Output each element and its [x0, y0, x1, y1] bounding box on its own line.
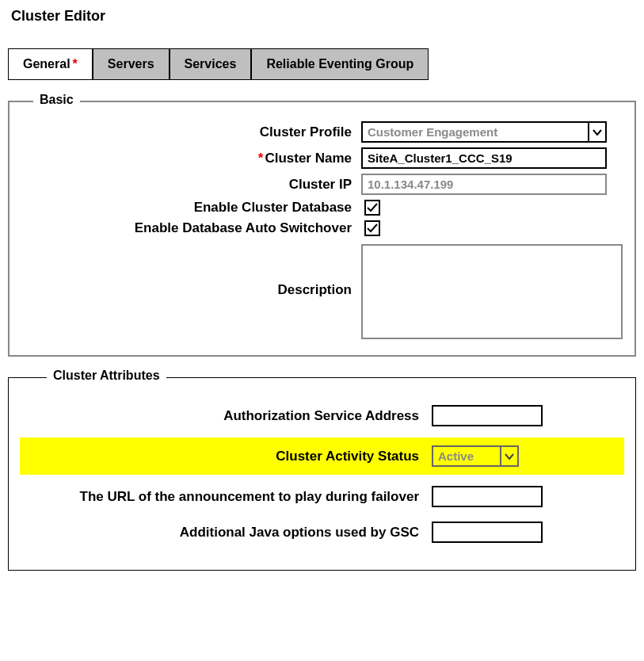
basic-panel: Basic Cluster Profile Customer Engagemen…: [8, 101, 636, 357]
authorization-service-address-input[interactable]: [432, 405, 543, 426]
chevron-down-icon[interactable]: [588, 123, 605, 141]
cluster-name-input[interactable]: [361, 147, 607, 169]
enable-auto-switchover-label: Enable Database Auto Switchover: [21, 220, 361, 236]
cluster-name-label: Cluster Name: [265, 151, 352, 166]
tab-label: Services: [185, 57, 237, 71]
check-icon: [367, 203, 378, 212]
required-star-icon: *: [258, 151, 264, 166]
authorization-service-address-label: Authorization Service Address: [20, 408, 432, 424]
gsc-java-options-label: Additional Java options used by GSC: [20, 525, 432, 541]
cluster-activity-status-value: Active: [433, 447, 500, 465]
tab-general[interactable]: General*: [8, 48, 93, 80]
tab-label: Servers: [108, 57, 154, 71]
cluster-activity-status-label: Cluster Activity Status: [20, 449, 432, 464]
tab-services[interactable]: Services: [170, 48, 252, 80]
chevron-down-icon[interactable]: [500, 447, 517, 465]
failover-url-label: The URL of the announcement to play duri…: [20, 489, 432, 505]
enable-auto-switchover-checkbox[interactable]: [364, 220, 380, 236]
cluster-profile-select[interactable]: Customer Engagement: [361, 121, 607, 143]
tab-reliable-eventing-group[interactable]: Reliable Eventing Group: [251, 48, 429, 80]
page-title: Cluster Editor: [11, 8, 636, 25]
cluster-ip-label: Cluster IP: [21, 177, 361, 193]
cluster-ip-input[interactable]: [361, 174, 607, 195]
description-label: Description: [21, 244, 361, 298]
gsc-java-options-input[interactable]: [432, 522, 543, 543]
tab-label: Reliable Eventing Group: [266, 57, 413, 71]
tab-label: General: [23, 57, 70, 71]
basic-legend: Basic: [33, 93, 80, 107]
description-textarea[interactable]: [361, 244, 623, 339]
failover-url-input[interactable]: [432, 486, 543, 507]
cluster-profile-label: Cluster Profile: [21, 124, 361, 140]
required-star-icon: *: [73, 57, 78, 71]
cluster-attributes-legend: Cluster Attributes: [47, 369, 166, 383]
enable-cluster-database-checkbox[interactable]: [364, 200, 380, 216]
tab-servers[interactable]: Servers: [93, 48, 170, 80]
cluster-attributes-panel: Cluster Attributes Authorization Service…: [8, 377, 636, 571]
enable-cluster-database-label: Enable Cluster Database: [21, 200, 361, 216]
cluster-profile-value: Customer Engagement: [363, 123, 588, 141]
cluster-activity-status-select[interactable]: Active: [432, 445, 519, 467]
tab-bar: General* Servers Services Reliable Event…: [8, 48, 636, 80]
cluster-activity-status-row: Cluster Activity Status Active: [20, 437, 624, 475]
check-icon: [367, 224, 378, 233]
